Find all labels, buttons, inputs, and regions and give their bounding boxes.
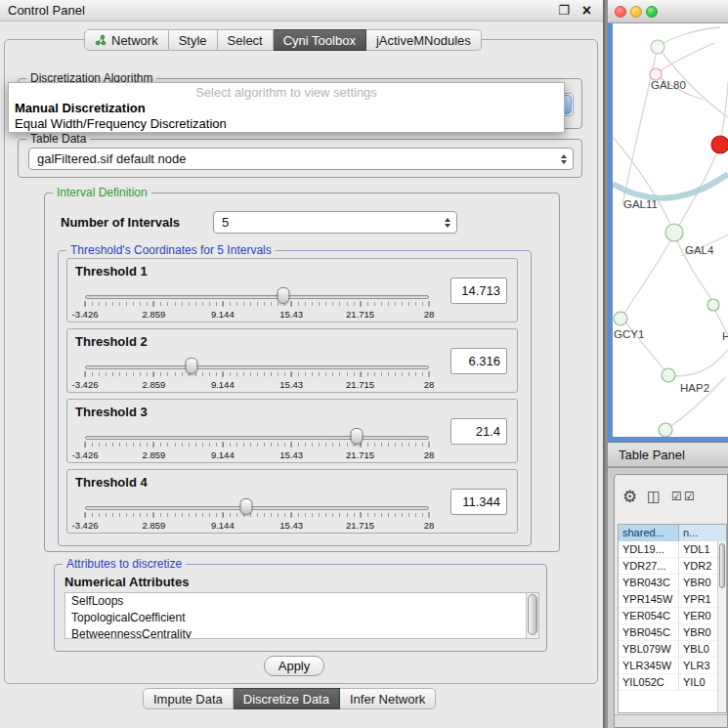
minimize-traffic-light-icon[interactable] (630, 6, 642, 18)
network-svg: GAL80GAL11GAL4GCY1HAP2H (613, 23, 728, 437)
threshold-4-value[interactable]: 11.344 (450, 489, 507, 515)
table-row[interactable]: YIL052CYIL0 (619, 674, 726, 691)
slider-scale: -3.4262.8599.14415.4321.71528 (85, 423, 429, 462)
combo-value: 5 (222, 212, 433, 234)
threshold-label: Threshold 2 (75, 334, 148, 349)
table-row[interactable]: YER054CYER0 (619, 608, 726, 624)
close-traffic-light-icon[interactable] (615, 6, 626, 18)
combo-value: galFiltered.sif default node (37, 149, 549, 170)
column-header-shared-name[interactable]: shared... (619, 525, 679, 541)
slider-thumb[interactable] (278, 287, 290, 304)
threshold-4-slider[interactable]: -3.4262.8599.14415.4321.71528 (85, 493, 429, 533)
group-title: Attributes to discretize (63, 557, 186, 571)
threshold-4-panel: Threshold 4 -3.4262.8599.14415.4321.7152… (66, 469, 518, 534)
thresholds-group: Threshold's Coordinates for 5 Intervals … (58, 250, 532, 546)
table-data-group: Table Data galFiltered.sif default node (18, 139, 582, 178)
threshold-2-panel: Threshold 2 -3.4262.8599.14415.4321.7152… (66, 328, 518, 393)
dropdown-item-equal-width-frequency[interactable]: Equal Width/Frequency Discretization (9, 116, 564, 132)
tab-network[interactable]: Network (84, 29, 169, 51)
table-row[interactable]: YBR045CYBR0 (619, 624, 726, 641)
slider-thumb[interactable] (186, 358, 198, 374)
network-node-label: GCY1 (614, 328, 644, 340)
threshold-2-value[interactable]: 6.316 (450, 348, 507, 374)
window-title: Control Panel (8, 0, 85, 21)
tab-label: Style (179, 33, 207, 48)
zoom-traffic-light-icon[interactable] (646, 6, 658, 18)
network-node[interactable] (707, 299, 719, 311)
table-panel: ⚙ ◫ ☑ ☑ shared... n... YDL19...YDL1YDR27… (608, 468, 728, 728)
list-item[interactable]: SelfLoops (65, 593, 538, 610)
tab-style[interactable]: Style (169, 29, 218, 51)
tab-jactivemnodules[interactable]: jActiveMNodules (366, 29, 482, 51)
network-node[interactable] (711, 136, 728, 153)
network-node[interactable] (651, 40, 664, 54)
node-attribute-table: shared... n... YDL19...YDL1YDR27...YDR2Y… (618, 524, 727, 713)
control-panel-window: Control Panel ❐ × Network Style Select C… (0, 0, 605, 728)
table-row[interactable]: YDL19...YDL1 (619, 541, 726, 558)
network-node-label: HAP2 (680, 382, 709, 394)
table-header-row: shared... n... (619, 525, 726, 541)
tab-discretize-data[interactable]: Discretize Data (234, 688, 340, 709)
table-row[interactable]: YBL079WYBL0 (619, 641, 726, 658)
tab-select[interactable]: Select (218, 29, 274, 51)
threshold-3-panel: Threshold 3 -3.4262.8599.14415.4321.7152… (66, 399, 518, 463)
network-canvas[interactable]: GAL80GAL11GAL4GCY1HAP2H (613, 23, 728, 437)
control-panel-tabs: Network Style Select Cyni Toolbox jActiv… (84, 29, 482, 51)
threshold-1-panel: Threshold 1 -3.4262.8599.14415.4321.7152… (66, 258, 518, 322)
apply-button[interactable]: Apply (264, 656, 324, 676)
network-node[interactable] (614, 312, 627, 325)
threshold-3-value[interactable]: 21.4 (450, 418, 507, 445)
table-row[interactable]: YLR345WYLR3 (619, 658, 726, 674)
threshold-label: Threshold 1 (75, 264, 148, 278)
number-of-intervals-select[interactable]: 5 (213, 211, 457, 234)
float-window-icon[interactable]: ❐ (558, 1, 570, 21)
tab-infer-network[interactable]: Infer Network (340, 688, 436, 709)
network-window-titlebar[interactable] (608, 0, 728, 23)
slider-thumb[interactable] (240, 498, 253, 515)
combo-stepper-icon (442, 215, 453, 231)
network-node[interactable] (659, 423, 672, 437)
list-item[interactable]: TopologicalCoefficient (65, 610, 538, 626)
bottom-tabs: Impute Data Discretize Data Infer Networ… (143, 688, 436, 709)
table-row[interactable]: YBR043CYBR0 (619, 575, 726, 591)
scrollbar-thumb[interactable] (719, 543, 725, 588)
table-rows: YDL19...YDL1YDR27...YDR2YBR043CYBR0YPR14… (619, 541, 726, 691)
checkbox-icon[interactable]: ☑ (671, 490, 682, 503)
network-node-label: GAL80 (651, 79, 686, 91)
group-title: Interval Definition (53, 186, 151, 199)
threshold-3-slider[interactable]: -3.4262.8599.14415.4321.71528 (85, 423, 429, 462)
combo-stepper-icon (558, 151, 570, 167)
network-node-label: GAL11 (623, 198, 658, 210)
table-data-select[interactable]: galFiltered.sif default node (28, 148, 574, 170)
table-row[interactable]: YPR145WYPR1 (619, 591, 726, 608)
attributes-scrollbar[interactable] (526, 593, 538, 638)
tab-label: jActiveMNodules (376, 33, 471, 48)
table-scrollbar[interactable] (717, 541, 726, 712)
gear-icon[interactable]: ⚙ (622, 487, 637, 507)
threshold-label: Threshold 3 (75, 405, 148, 419)
network-node[interactable] (662, 368, 675, 382)
checkbox-icon[interactable]: ☑ (684, 490, 695, 503)
column-header-name[interactable]: n... (679, 525, 726, 541)
network-node[interactable] (665, 224, 683, 241)
columns-icon[interactable]: ◫ (647, 488, 661, 505)
slider-thumb[interactable] (351, 428, 364, 445)
threshold-1-value[interactable]: 14.713 (450, 278, 507, 304)
list-item[interactable]: BetweennessCentrality (65, 626, 538, 639)
interval-definition-group: Interval Definition Number of Intervals … (44, 193, 560, 552)
tab-cyni-toolbox[interactable]: Cyni Toolbox (274, 29, 366, 51)
attributes-list[interactable]: SelfLoops TopologicalCoefficient Between… (64, 592, 539, 639)
control-panel-titlebar: Control Panel ❐ × (0, 0, 603, 21)
algorithm-dropdown-popup: Select algorithm to view settings Manual… (8, 82, 565, 133)
dropdown-item-manual-discretization[interactable]: Manual Discretization (9, 101, 564, 116)
table-bottom-strip (615, 714, 727, 727)
tab-impute-data[interactable]: Impute Data (143, 688, 234, 709)
scrollbar-thumb[interactable] (528, 594, 537, 635)
close-window-icon[interactable]: × (582, 0, 591, 21)
threshold-2-slider[interactable]: -3.4262.8599.14415.4321.71528 (85, 353, 429, 392)
table-row[interactable]: YDR27...YDR2 (619, 558, 726, 575)
table-toolbar: ⚙ ◫ ☑ ☑ (615, 475, 727, 520)
threshold-1-slider[interactable]: -3.4262.8599.14415.4321.71528 (85, 282, 429, 321)
group-title: Table Data (26, 132, 90, 146)
network-node-label: H (722, 330, 728, 342)
